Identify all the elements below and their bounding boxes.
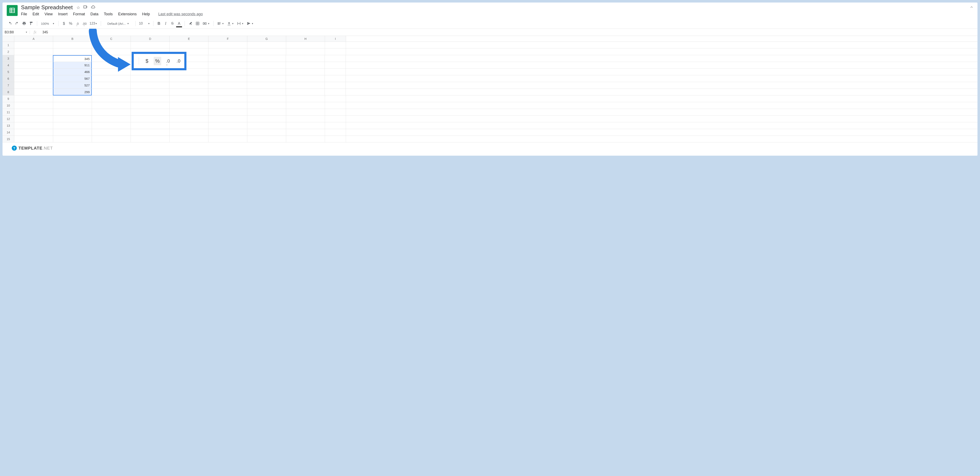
- cell-I8[interactable]: [325, 89, 346, 95]
- row-header-3[interactable]: 3: [3, 55, 14, 62]
- cell-D11[interactable]: [131, 109, 170, 115]
- cell-C15[interactable]: [92, 136, 131, 142]
- cell-D8[interactable]: [130, 89, 169, 95]
- cell-D6[interactable]: [130, 75, 169, 82]
- star-icon[interactable]: ☆: [76, 5, 80, 10]
- cell-F1[interactable]: [208, 42, 247, 48]
- cell-H1[interactable]: [286, 42, 325, 48]
- move-icon[interactable]: [83, 5, 88, 10]
- cell-B4[interactable]: 911: [53, 62, 92, 68]
- cell-F8[interactable]: [208, 89, 247, 95]
- undo-button[interactable]: [7, 21, 13, 27]
- cell-I5[interactable]: [325, 68, 346, 75]
- cell-G3[interactable]: [247, 55, 286, 62]
- cell-D12[interactable]: [131, 116, 170, 122]
- callout-decrease-decimal-button[interactable]: .0←: [164, 57, 172, 65]
- cell-A2[interactable]: [14, 48, 53, 55]
- borders-button[interactable]: [194, 21, 201, 27]
- cell-I3[interactable]: [325, 55, 346, 62]
- cell-F12[interactable]: [208, 116, 247, 122]
- cell-D7[interactable]: [130, 82, 169, 89]
- redo-button[interactable]: [14, 21, 20, 27]
- row-header-4[interactable]: 4: [3, 62, 14, 68]
- cell-A6[interactable]: [14, 75, 53, 82]
- cell-H11[interactable]: [286, 109, 325, 115]
- col-header-H[interactable]: H: [286, 36, 325, 41]
- cell-A4[interactable]: [14, 62, 53, 68]
- cell-G7[interactable]: [247, 82, 286, 89]
- menu-help[interactable]: Help: [142, 12, 150, 16]
- cell-F9[interactable]: [208, 95, 247, 102]
- cell-B10[interactable]: [53, 102, 92, 109]
- row-header-14[interactable]: 14: [3, 129, 14, 135]
- cell-I4[interactable]: [325, 62, 346, 68]
- cell-C7[interactable]: [92, 82, 130, 89]
- row-header-11[interactable]: 11: [3, 109, 14, 115]
- cell-A8[interactable]: [14, 89, 53, 95]
- row-header-8[interactable]: 8: [3, 89, 14, 95]
- zoom-dropdown[interactable]: 100% ▼: [40, 21, 56, 27]
- cell-I9[interactable]: [325, 95, 346, 102]
- select-all-corner[interactable]: [3, 36, 14, 41]
- cell-E13[interactable]: [170, 122, 208, 129]
- cell-F15[interactable]: [208, 136, 247, 142]
- collapse-toolbar-button[interactable]: [969, 5, 974, 10]
- cell-C2[interactable]: [92, 48, 131, 55]
- cell-A1[interactable]: [14, 42, 53, 48]
- row-header-5[interactable]: 5: [3, 68, 14, 75]
- cell-B15[interactable]: [53, 136, 92, 142]
- vertical-align-dropdown[interactable]: ▼: [226, 21, 235, 27]
- menu-insert[interactable]: Insert: [58, 12, 68, 16]
- menu-edit[interactable]: Edit: [33, 12, 39, 16]
- cell-G13[interactable]: [247, 122, 286, 129]
- cell-H6[interactable]: [286, 75, 325, 82]
- font-size-dropdown[interactable]: 10▼: [138, 21, 151, 27]
- cell-A5[interactable]: [14, 68, 53, 75]
- cell-H8[interactable]: [286, 89, 325, 95]
- cell-C10[interactable]: [92, 102, 131, 109]
- cell-C12[interactable]: [92, 116, 131, 122]
- merge-cells-dropdown[interactable]: ▼: [202, 21, 211, 27]
- document-title[interactable]: Sample Spreadsheet: [21, 4, 73, 11]
- row-header-13[interactable]: 13: [3, 122, 14, 129]
- cell-G15[interactable]: [247, 136, 286, 142]
- cell-I11[interactable]: [325, 109, 346, 115]
- menu-tools[interactable]: Tools: [104, 12, 113, 16]
- cell-C4[interactable]: [92, 62, 130, 68]
- row-header-10[interactable]: 10: [3, 102, 14, 109]
- cell-E15[interactable]: [170, 136, 208, 142]
- fill-color-button[interactable]: [187, 21, 194, 27]
- cell-F11[interactable]: [208, 109, 247, 115]
- cell-A10[interactable]: [14, 102, 53, 109]
- cell-I2[interactable]: [325, 48, 346, 55]
- col-header-E[interactable]: E: [170, 36, 208, 41]
- cell-I1[interactable]: [325, 42, 346, 48]
- menu-data[interactable]: Data: [91, 12, 99, 16]
- col-header-D[interactable]: D: [131, 36, 170, 41]
- cell-D15[interactable]: [131, 136, 170, 142]
- cell-B8[interactable]: 299: [53, 89, 92, 95]
- cell-E7[interactable]: [169, 82, 208, 89]
- cell-F3[interactable]: [208, 55, 247, 62]
- italic-button[interactable]: I: [163, 21, 169, 27]
- cell-I10[interactable]: [325, 102, 346, 109]
- cell-E11[interactable]: [170, 109, 208, 115]
- cell-A11[interactable]: [14, 109, 53, 115]
- cell-I13[interactable]: [325, 122, 346, 129]
- menu-extensions[interactable]: Extensions: [118, 12, 137, 16]
- col-header-B[interactable]: B: [53, 36, 92, 41]
- cell-G6[interactable]: [247, 75, 286, 82]
- cell-B12[interactable]: [53, 116, 92, 122]
- callout-currency-button[interactable]: $: [143, 57, 151, 65]
- cell-C13[interactable]: [92, 122, 131, 129]
- col-header-I[interactable]: I: [325, 36, 346, 41]
- cell-H9[interactable]: [286, 95, 325, 102]
- cell-H4[interactable]: [286, 62, 325, 68]
- row-header-12[interactable]: 12: [3, 116, 14, 122]
- paint-format-button[interactable]: [28, 21, 35, 27]
- format-percent-button[interactable]: %: [68, 21, 74, 27]
- cell-B3[interactable]: 345: [53, 55, 92, 62]
- cell-C1[interactable]: [92, 42, 131, 48]
- row-header-2[interactable]: 2: [3, 48, 14, 55]
- cell-H2[interactable]: [286, 48, 325, 55]
